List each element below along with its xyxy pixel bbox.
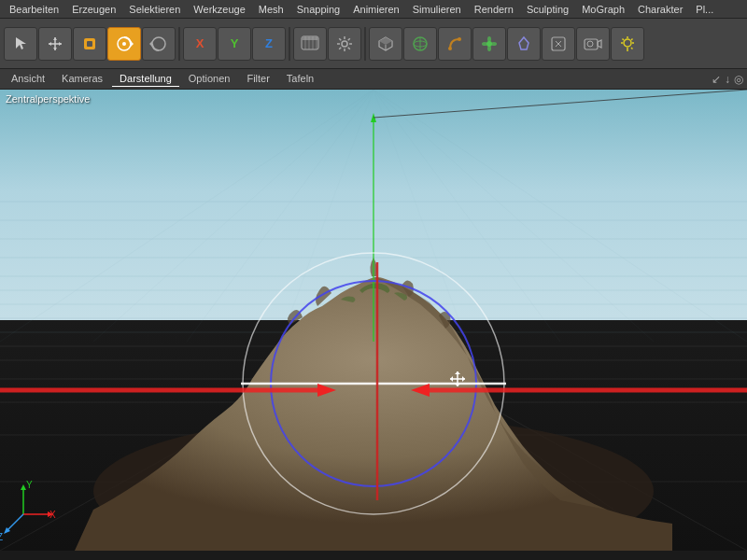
svg-point-30: [487, 46, 491, 51]
svg-marker-38: [598, 40, 601, 48]
scene-svg: Y X Z: [0, 90, 747, 551]
svg-point-39: [587, 41, 593, 47]
menu-pl[interactable]: Pl...: [690, 2, 719, 17]
svg-point-10: [122, 42, 126, 46]
svg-line-47: [631, 38, 633, 40]
view-ansicht[interactable]: Ansicht: [4, 71, 52, 87]
svg-text:Z: Z: [0, 532, 3, 542]
svg-rect-14: [302, 36, 318, 40]
svg-line-105: [7, 514, 23, 531]
menu-erzeugen[interactable]: Erzeugen: [66, 2, 121, 17]
x-axis-button[interactable]: X: [183, 27, 217, 61]
view-darstellung[interactable]: Darstellung: [112, 71, 179, 87]
menu-bar: Bearbeiten Erzeugen Selektieren Werkzeug…: [0, 0, 747, 19]
view-optionen[interactable]: Optionen: [181, 71, 238, 87]
menu-mesh[interactable]: Mesh: [253, 2, 289, 17]
flower-button[interactable]: [472, 27, 506, 61]
svg-line-98: [374, 90, 747, 118]
svg-marker-9: [131, 41, 134, 47]
view-tafeln[interactable]: Tafeln: [279, 71, 321, 87]
svg-marker-2: [53, 37, 57, 40]
svg-point-32: [491, 42, 497, 46]
menu-snapping[interactable]: Snapping: [291, 2, 346, 17]
view-kameras[interactable]: Kameras: [54, 71, 110, 87]
menu-bearbeiten[interactable]: Bearbeiten: [4, 2, 64, 17]
rotate2-tool-button[interactable]: [142, 27, 176, 61]
svg-text:X: X: [49, 510, 56, 520]
animation-button[interactable]: [293, 27, 327, 61]
svg-marker-3: [53, 48, 57, 50]
view-icon-1[interactable]: ↙: [712, 73, 721, 86]
separator-3: [364, 27, 366, 61]
settings-button[interactable]: [328, 27, 361, 61]
null-button[interactable]: [542, 27, 575, 61]
menu-rendern[interactable]: Rendern: [469, 2, 519, 17]
menu-charakter[interactable]: Charakter: [632, 2, 688, 17]
svg-line-46: [631, 48, 633, 49]
select-tool-button[interactable]: [4, 27, 37, 61]
svg-marker-5: [59, 42, 62, 46]
menu-selektieren[interactable]: Selektieren: [123, 2, 186, 17]
toolbar: X Y Z: [0, 19, 747, 69]
menu-werkzeuge[interactable]: Werkzeuge: [188, 2, 250, 17]
view-icon-3[interactable]: ◎: [734, 73, 743, 86]
svg-point-29: [487, 36, 491, 42]
rotate-tool-button[interactable]: [107, 27, 141, 61]
menu-mograph[interactable]: MoGraph: [576, 2, 630, 17]
view-filter[interactable]: Filter: [239, 71, 276, 87]
svg-marker-12: [149, 41, 152, 47]
svg-point-31: [482, 42, 487, 46]
svg-text:Y: Y: [26, 480, 33, 490]
svg-point-19: [342, 41, 347, 47]
menu-sculpting[interactable]: Sculpting: [521, 2, 574, 17]
menu-simulieren[interactable]: Simulieren: [407, 2, 467, 17]
separator-2: [289, 27, 290, 61]
scale-tool-button[interactable]: [73, 27, 106, 61]
bend-button[interactable]: [438, 27, 472, 61]
y-axis-button[interactable]: Y: [218, 27, 251, 61]
svg-marker-4: [49, 42, 51, 46]
sphere-button[interactable]: [403, 27, 437, 61]
svg-marker-21: [379, 37, 392, 45]
light-button[interactable]: [611, 27, 644, 61]
svg-rect-7: [87, 41, 92, 47]
svg-point-26: [448, 47, 452, 50]
viewport-label: Zentralperspektive: [6, 93, 91, 105]
view-bar: Ansicht Kameras Darstellung Optionen Fil…: [0, 69, 747, 90]
view-icon-2[interactable]: ↓: [725, 73, 730, 86]
cube-button[interactable]: [369, 27, 402, 61]
camera-button[interactable]: [576, 27, 610, 61]
z-axis-button[interactable]: Z: [252, 27, 286, 61]
spline-button[interactable]: [507, 27, 541, 61]
svg-line-45: [623, 38, 625, 40]
separator-1: [178, 27, 180, 61]
svg-marker-33: [519, 37, 529, 49]
menu-animieren[interactable]: Animieren: [347, 2, 405, 17]
svg-point-27: [458, 37, 461, 41]
svg-point-40: [624, 39, 631, 47]
viewport[interactable]: Zentralperspektive: [0, 90, 747, 551]
view-controls: ↙ ↓ ◎: [712, 73, 743, 86]
move-tool-button[interactable]: [38, 27, 72, 61]
